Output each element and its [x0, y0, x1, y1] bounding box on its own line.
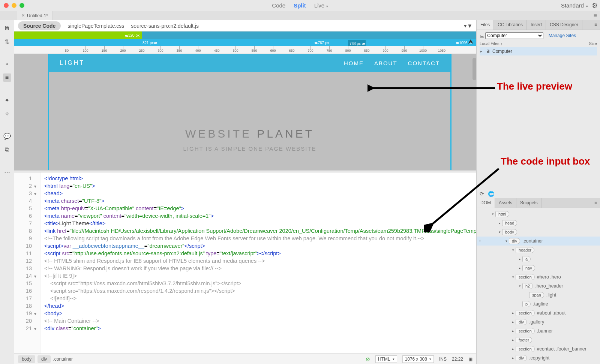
panel-menu-icon[interactable]: ≡	[591, 198, 600, 208]
dom-tree[interactable]: ▾html▸head▾body+▾div.container▾header▸a▸…	[477, 208, 600, 364]
workspace-switcher[interactable]: Standard ▾	[561, 2, 588, 9]
manage-sites-link[interactable]: Manage Sites	[549, 33, 576, 38]
tab-assets[interactable]: Assets	[495, 198, 516, 208]
related-files-bar: Source Code singlePageTemplate.css sourc…	[14, 20, 476, 31]
dom-node[interactable]: ▸footer	[477, 336, 600, 345]
close-icon[interactable]: ✕	[21, 13, 25, 18]
tab-snippets[interactable]: Snippets	[516, 198, 542, 208]
source-code-pill[interactable]: Source Code	[18, 21, 61, 30]
dom-node[interactable]: ▾html	[477, 210, 600, 219]
size-select[interactable]: 1076 x 308▾	[402, 355, 434, 363]
dom-node[interactable]: ▸head	[477, 219, 600, 228]
right-panels: Files CC Libraries Insert CSS Designer ≡…	[476, 20, 600, 364]
nav-about[interactable]: ABOUT	[374, 60, 398, 66]
more-icon[interactable]: ⋯	[3, 168, 11, 176]
dom-node[interactable]: ▾header	[477, 246, 600, 255]
filter-icon[interactable]: ▾▼	[464, 22, 472, 29]
preview-icon[interactable]: ▣	[468, 357, 472, 362]
related-file[interactable]: source-sans-pro:n2:default.js	[131, 23, 199, 29]
files-row-label: Computer	[492, 49, 512, 54]
view-mode-live[interactable]: Live ▾	[314, 2, 328, 9]
dom-node[interactable]: +▾div.container	[477, 237, 600, 246]
breadcrumb[interactable]: div	[38, 355, 51, 363]
code-body[interactable]: <!doctype html><html lang="en-US"><head>…	[40, 172, 476, 354]
settings-icon[interactable]: ⇅	[3, 37, 11, 46]
inspect-icon[interactable]: ⌖	[3, 60, 11, 68]
panel-tabs-dom: DOM Assets Snippets ≡	[477, 198, 600, 208]
dom-node[interactable]: ▸nav	[477, 264, 600, 273]
dom-node[interactable]: ▸a	[477, 255, 600, 264]
hero-heading: WEBSITE PLANET	[49, 127, 450, 140]
dom-node[interactable]: ▸section.banner	[477, 327, 600, 336]
dom-toolbar: ⟳ 🌐	[477, 189, 600, 198]
file-icon[interactable]: 🗎	[3, 24, 11, 32]
refresh-icon[interactable]: ⟳	[480, 191, 484, 197]
files-columns: Local Files ↑ Size	[480, 41, 597, 47]
dom-panel: ⟳ 🌐 DOM Assets Snippets ≡ ▾html▸head▾bod…	[477, 189, 600, 364]
code-editor[interactable]: 1 2 ▼3 ▼4 5 6 7 8 9 10 11 12 13 14 ▼15 1…	[14, 172, 476, 354]
globe-icon[interactable]: 🌐	[488, 191, 494, 197]
col-size[interactable]: Size	[589, 41, 597, 46]
live-preview-pane[interactable]: LIGHT HOME ABOUT CONTACT WEBSITE PLANET …	[14, 54, 476, 170]
dom-node[interactable]: ▸section#about .about	[477, 309, 600, 318]
breadcrumb: .container	[53, 357, 73, 362]
check-icon[interactable]: ⊘	[366, 356, 370, 362]
maximize-window-icon[interactable]	[20, 3, 24, 8]
breadcrumb[interactable]: body	[18, 355, 35, 363]
preview-frame: LIGHT HOME ABOUT CONTACT WEBSITE PLANET …	[48, 54, 452, 170]
insert-mode: INS	[439, 357, 447, 362]
breakpoint-bar-mid[interactable]: 321 px››››› ‹‹‹‹‹ 767 px 768 px ››››› ‹‹…	[14, 39, 476, 46]
breakpoint-green[interactable]: ‹‹‹‹‹ 320 px	[14, 31, 142, 39]
drive-icon: 🖴	[480, 33, 484, 38]
files-row[interactable]: ▸ 🖥 Computer	[480, 47, 597, 55]
dom-node[interactable]: ▾section#hero .hero	[477, 273, 600, 282]
list-icon[interactable]: ≡	[3, 73, 11, 82]
chevron-down-icon: ▾	[324, 4, 328, 8]
col-local-files[interactable]: Local Files ↑	[480, 41, 589, 46]
layers-icon[interactable]: ⧉	[3, 145, 11, 154]
preview-scrollbar[interactable]	[472, 58, 476, 80]
link-icon[interactable]: ⟐	[3, 109, 11, 118]
status-bar: body div .container ⊘ HTML▾ 1076 x 308▾ …	[14, 354, 476, 364]
site-select[interactable]: Computer	[485, 32, 543, 39]
panel-menu-icon[interactable]: ≡	[591, 11, 600, 20]
breakpoint-bar-top[interactable]: ‹‹‹‹‹ 320 px	[14, 31, 476, 39]
dom-node[interactable]: ▾h2.hero_header	[477, 282, 600, 291]
panel-menu-icon[interactable]: ≡	[591, 20, 600, 30]
document-tabs: ✕ Untitled-1* ≡	[0, 11, 600, 20]
tab-dom[interactable]: DOM	[477, 198, 495, 208]
dom-node[interactable]: ▸div.gallery	[477, 318, 600, 327]
wand-icon[interactable]: ✦	[3, 96, 11, 104]
close-window-icon[interactable]	[4, 3, 9, 8]
files-panel: 🖴 Computer Manage Sites Local Files ↑ Si…	[477, 30, 600, 58]
tab-css-designer[interactable]: CSS Designer	[546, 20, 582, 30]
dom-node[interactable]: ▸section#contact .footer_banner	[477, 345, 600, 354]
tab-insert[interactable]: Insert	[527, 20, 546, 30]
tab-files[interactable]: Files	[477, 20, 494, 30]
view-mode-code[interactable]: Code	[272, 2, 285, 9]
dom-node[interactable]: span.light	[477, 291, 600, 300]
minimize-window-icon[interactable]	[12, 3, 16, 8]
nav-home[interactable]: HOME	[344, 60, 364, 66]
comment-icon[interactable]: 💬	[3, 132, 11, 140]
dom-node[interactable]: ▾body	[477, 228, 600, 237]
preview-nav: HOME ABOUT CONTACT	[344, 60, 440, 66]
view-mode-split[interactable]: Split	[294, 2, 306, 9]
window-controls	[4, 3, 24, 8]
gear-icon[interactable]: ⚙	[592, 1, 596, 10]
left-toolstrip: 🗎 ⇅ ⌖ ≡ ✦ ⟐ 💬 ⧉ ⋯	[0, 20, 14, 364]
related-file[interactable]: singlePageTemplate.css	[68, 23, 124, 29]
cursor-position: 22:22	[452, 357, 463, 362]
lang-select[interactable]: HTML▾	[375, 355, 397, 363]
preview-logo[interactable]: LIGHT	[60, 60, 85, 66]
chevron-down-icon: ▾	[585, 4, 588, 8]
tab-cc-libraries[interactable]: CC Libraries	[494, 20, 527, 30]
titlebar: Code Split Live ▾ Standard ▾ ⚙	[0, 0, 600, 11]
dom-node[interactable]: ▸div.copyright	[477, 354, 600, 363]
code-gutter: 1 2 ▼3 ▼4 5 6 7 8 9 10 11 12 13 14 ▼15 1…	[14, 172, 40, 354]
dom-node[interactable]: p.tagline	[477, 300, 600, 309]
nav-contact[interactable]: CONTACT	[408, 60, 440, 66]
computer-icon: 🖥	[486, 49, 492, 54]
hero-tagline: LIGHT IS A SIMPLE ONE PAGE WEBSITE	[49, 145, 450, 152]
document-tab[interactable]: ✕ Untitled-1*	[17, 11, 53, 20]
